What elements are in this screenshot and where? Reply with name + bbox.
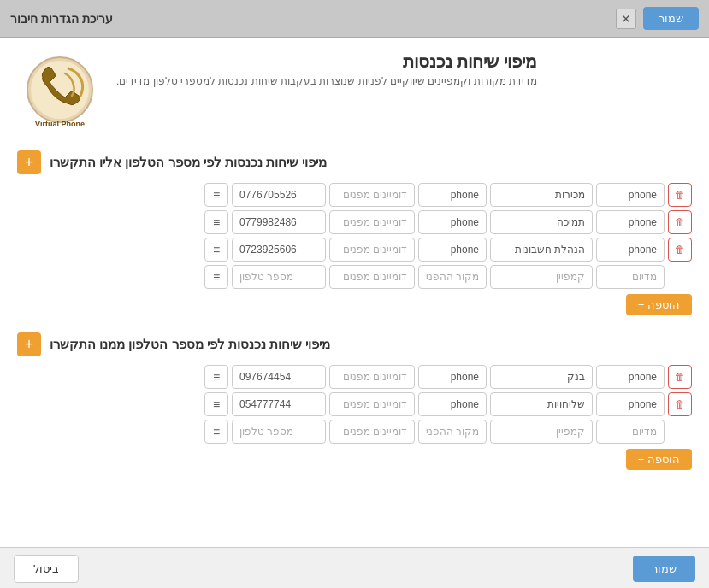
phone1-input[interactable] bbox=[596, 365, 665, 389]
top-bar-title: עריכת הגדרות חיבור bbox=[10, 12, 113, 26]
medium-input[interactable] bbox=[596, 265, 665, 289]
campaign-input[interactable] bbox=[490, 420, 593, 444]
delete-button[interactable]: 🗑 bbox=[668, 392, 692, 416]
section2-footer: הוספה + bbox=[17, 449, 692, 470]
delete-button[interactable]: 🗑 bbox=[668, 238, 692, 262]
close-button[interactable]: ✕ bbox=[616, 9, 636, 29]
page-header-text: מיפוי שיחות נכנסות מדידת מקורות וקמפייני… bbox=[116, 51, 537, 87]
page-title: מיפוי שיחות נכנסות bbox=[116, 51, 537, 72]
bottom-bar: שמור ביטול bbox=[0, 547, 709, 588]
top-bar: שמור ✕ עריכת הגדרות חיבור bbox=[0, 0, 709, 38]
menu-button[interactable]: ≡ bbox=[204, 365, 228, 389]
section1-add-icon-button[interactable]: + bbox=[17, 150, 41, 174]
menu-button[interactable]: ≡ bbox=[204, 210, 228, 234]
page-subtitle: מדידת מקורות וקמפיינים שיווקיים לפניות ש… bbox=[116, 75, 537, 87]
phone2-input[interactable] bbox=[418, 210, 487, 234]
phone-number-input[interactable] bbox=[232, 265, 326, 289]
add-row: 🗑 ≡ bbox=[17, 420, 692, 444]
phone1-input[interactable] bbox=[596, 238, 665, 262]
domains-input[interactable] bbox=[329, 183, 415, 207]
menu-button[interactable]: ≡ bbox=[204, 183, 228, 207]
svg-point-1 bbox=[31, 61, 89, 119]
menu-button[interactable]: ≡ bbox=[204, 265, 228, 289]
domains-input[interactable] bbox=[329, 392, 415, 416]
section2-add-row-button[interactable]: הוספה + bbox=[626, 449, 692, 470]
domains-empty-input[interactable] bbox=[329, 420, 415, 444]
phone-number-input[interactable] bbox=[232, 420, 326, 444]
source-input[interactable] bbox=[490, 238, 593, 262]
domains-empty-input[interactable] bbox=[329, 265, 415, 289]
table-row: 🗑 ≡ bbox=[17, 238, 692, 262]
domains-input[interactable] bbox=[329, 210, 415, 234]
section1-title: מיפוי שיחות נכנסות לפי מספר הטלפון אליו … bbox=[50, 155, 327, 170]
logo-container: Virtual Phone bbox=[17, 51, 103, 137]
campaign-input[interactable] bbox=[490, 265, 593, 289]
source-input[interactable] bbox=[490, 365, 593, 389]
section1-rows: 🗑 ≡ 🗑 ≡ 🗑 bbox=[17, 183, 692, 289]
number-input[interactable] bbox=[232, 210, 326, 234]
number-input[interactable] bbox=[232, 183, 326, 207]
top-bar-actions: שמור ✕ bbox=[616, 7, 699, 30]
phone2-input[interactable] bbox=[418, 365, 487, 389]
phone1-input[interactable] bbox=[596, 183, 665, 207]
table-row: 🗑 ≡ bbox=[17, 183, 692, 207]
section2: מיפוי שיחות נכנסות לפי מספר הטלפון ממנו … bbox=[17, 332, 692, 470]
delete-button[interactable]: 🗑 bbox=[668, 365, 692, 389]
add-row: 🗑 ≡ bbox=[17, 265, 692, 289]
section2-title: מיפוי שיחות נכנסות לפי מספר הטלפון ממנו … bbox=[50, 337, 330, 352]
menu-button[interactable]: ≡ bbox=[204, 420, 228, 444]
section1-add-row-button[interactable]: הוספה + bbox=[626, 294, 692, 315]
save-bottom-button[interactable]: שמור bbox=[633, 556, 695, 582]
svg-text:Virtual Phone: Virtual Phone bbox=[35, 120, 85, 128]
section1-footer: הוספה + bbox=[17, 294, 692, 315]
section2-add-icon-button[interactable]: + bbox=[17, 332, 41, 356]
source-input[interactable] bbox=[490, 392, 593, 416]
save-top-button[interactable]: שמור bbox=[643, 7, 699, 30]
referrer-input[interactable] bbox=[418, 265, 487, 289]
section2-rows: 🗑 ≡ 🗑 ≡ 🗑 bbox=[17, 365, 692, 444]
number-input[interactable] bbox=[232, 365, 326, 389]
table-row: 🗑 ≡ bbox=[17, 210, 692, 234]
referrer-input[interactable] bbox=[418, 420, 487, 444]
section1-header: מיפוי שיחות נכנסות לפי מספר הטלפון אליו … bbox=[17, 150, 692, 174]
delete-button[interactable]: 🗑 bbox=[668, 210, 692, 234]
phone2-input[interactable] bbox=[418, 392, 487, 416]
main-content: מיפוי שיחות נכנסות מדידת מקורות וקמפייני… bbox=[0, 38, 709, 547]
delete-button[interactable]: 🗑 bbox=[668, 183, 692, 207]
medium-input[interactable] bbox=[596, 420, 665, 444]
domains-input[interactable] bbox=[329, 238, 415, 262]
section1: מיפוי שיחות נכנסות לפי מספר הטלפון אליו … bbox=[17, 150, 692, 315]
section2-header: מיפוי שיחות נכנסות לפי מספר הטלפון ממנו … bbox=[17, 332, 692, 356]
table-row: 🗑 ≡ bbox=[17, 365, 692, 389]
source-input[interactable] bbox=[490, 210, 593, 234]
menu-button[interactable]: ≡ bbox=[204, 238, 228, 262]
number-input[interactable] bbox=[232, 238, 326, 262]
cancel-button[interactable]: ביטול bbox=[14, 555, 79, 583]
source-input[interactable] bbox=[490, 183, 593, 207]
phone2-input[interactable] bbox=[418, 183, 487, 207]
domains-input[interactable] bbox=[329, 365, 415, 389]
phone2-input[interactable] bbox=[418, 238, 487, 262]
number-input[interactable] bbox=[232, 392, 326, 416]
phone1-input[interactable] bbox=[596, 210, 665, 234]
table-row: 🗑 ≡ bbox=[17, 392, 692, 416]
page-header: מיפוי שיחות נכנסות מדידת מקורות וקמפייני… bbox=[17, 51, 692, 137]
phone1-input[interactable] bbox=[596, 392, 665, 416]
menu-button[interactable]: ≡ bbox=[204, 392, 228, 416]
